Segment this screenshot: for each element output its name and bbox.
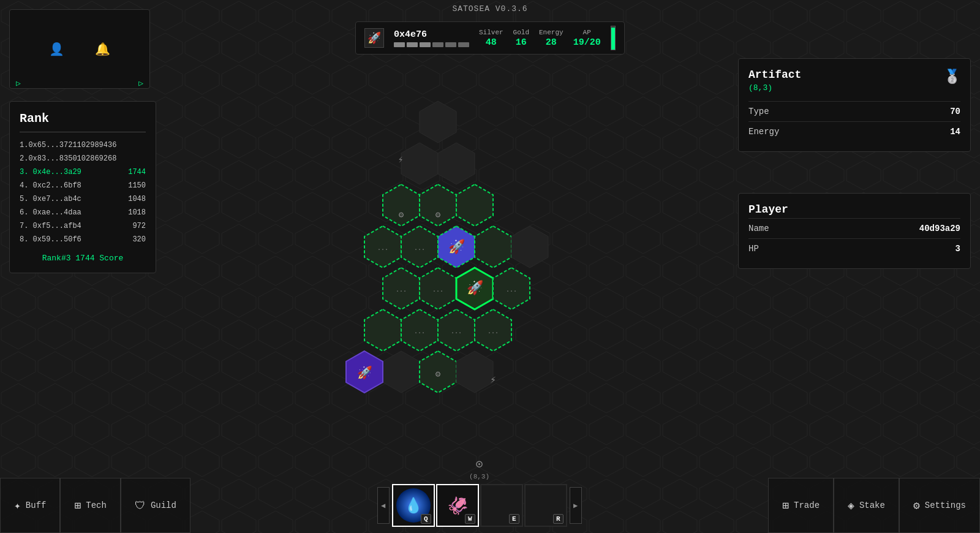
- rank-2-name: 2.0x83...8350102869268: [20, 154, 116, 163]
- notification-icon[interactable]: 🔔: [95, 42, 110, 57]
- energy-label: Energy: [539, 29, 564, 36]
- energy-value: 28: [546, 37, 557, 48]
- player-name-value: 40d93a29: [919, 224, 960, 233]
- bottom-left-buttons: ✦ Buff ⊞ Tech 🛡 Guild: [0, 478, 190, 533]
- xp-seg-2: [407, 42, 418, 47]
- rank-4-score: 1150: [128, 181, 146, 190]
- hex-cell[interactable]: [420, 101, 456, 143]
- stake-icon: ◈: [848, 499, 854, 512]
- portal-coords: (8,3): [469, 473, 489, 480]
- rank-item-1: 1.0x65...3721102989436: [20, 138, 146, 152]
- panel-arrow-left: ▷: [16, 78, 21, 88]
- player-name-label: Name: [748, 224, 769, 233]
- profile-icon[interactable]: 👤: [49, 42, 64, 57]
- stake-button[interactable]: ◈ Stake: [834, 478, 899, 533]
- settings-button[interactable]: ⚙ Settings: [899, 478, 980, 533]
- ap-label: AP: [583, 29, 591, 36]
- svg-text:···: ···: [506, 288, 517, 295]
- trade-button[interactable]: ⊞ Trade: [768, 478, 834, 533]
- player-token-green: 🚀: [467, 279, 484, 297]
- svg-marker-19: [383, 351, 420, 393]
- player-hp-label: HP: [748, 244, 759, 254]
- artifact-energy-row: Energy 14: [748, 121, 960, 142]
- xp-seg-1: [394, 42, 405, 47]
- guild-label: Guild: [151, 501, 176, 510]
- skill-slot-q[interactable]: 💧 Q: [392, 484, 435, 527]
- svg-text:🦑: 🦑: [447, 496, 468, 516]
- svg-marker-10: [475, 226, 511, 268]
- skill-slot-e[interactable]: E: [480, 484, 523, 527]
- rank-item-8: 8. 0x59...50f6 320: [20, 233, 146, 246]
- artifact-item-icon: 🥈: [944, 69, 960, 85]
- skill-slot-w[interactable]: 🦑 W: [436, 484, 479, 527]
- trade-icon: ⊞: [782, 499, 789, 512]
- player-name-row: Name 40d93a29: [748, 218, 960, 238]
- hex-map-svg[interactable]: 🚀 🚀 🚀 ··· ··· ··· ··· ··· ··· ··· ··· ⚙: [239, 52, 637, 450]
- svg-text:⚙: ⚙: [399, 210, 404, 220]
- svg-marker-4: [438, 143, 475, 184]
- silver-label: Silver: [479, 29, 503, 36]
- gold-stat: Gold 16: [513, 29, 529, 48]
- player-hp-value: 3: [956, 244, 960, 254]
- svg-marker-11: [511, 226, 548, 268]
- tech-label: Tech: [86, 501, 107, 510]
- hex-map[interactable]: 🚀 🚀 🚀 ··· ··· ··· ··· ··· ··· ··· ··· ⚙: [153, 31, 723, 472]
- silver-stat: Silver 48: [479, 29, 503, 48]
- player-token-blue: 🚀: [448, 238, 466, 255]
- player-bar: 🚀 0x4e76 Silver 48 Gold 16 Energy 28 AP …: [355, 21, 625, 55]
- stake-label: Stake: [859, 501, 885, 510]
- rank-5-score: 1048: [128, 195, 146, 203]
- player-token-purple: 🚀: [357, 365, 372, 380]
- xp-seg-4: [432, 42, 443, 47]
- svg-text:···: ···: [414, 330, 425, 336]
- tech-icon: ⊞: [74, 499, 81, 512]
- svg-text:···: ···: [414, 246, 425, 253]
- ap-bar-fill: [611, 26, 616, 50]
- skill-q-key: Q: [421, 514, 431, 524]
- skill-next-arrow[interactable]: ▶: [570, 487, 582, 524]
- artifact-coords: (8,3): [748, 83, 960, 93]
- artifact-type-value: 70: [950, 107, 960, 116]
- rank-8-score: 320: [132, 235, 146, 244]
- portal-icon: ⊙: [476, 456, 483, 472]
- ap-stat: AP 19/20: [573, 29, 601, 48]
- player-hp-row: HP 3: [748, 238, 960, 259]
- guild-icon: 🛡: [135, 499, 146, 512]
- rank-6-name: 6. 0xae...4daa: [20, 208, 81, 217]
- player-avatar: 🚀: [364, 28, 384, 48]
- svg-text:💧: 💧: [404, 496, 423, 515]
- silver-value: 48: [486, 37, 497, 48]
- svg-text:···: ···: [451, 330, 462, 336]
- rank-8-name: 8. 0x59...50f6: [20, 235, 81, 244]
- rank-divider: [20, 132, 146, 132]
- tech-button[interactable]: ⊞ Tech: [60, 478, 120, 533]
- skill-slot-r[interactable]: R: [524, 484, 567, 527]
- guild-button[interactable]: 🛡 Guild: [121, 478, 190, 533]
- buff-label: Buff: [26, 501, 47, 510]
- gold-label: Gold: [513, 29, 529, 36]
- rank-3-name: 3. 0x4e...3a29: [20, 168, 81, 176]
- rank-7-name: 7. 0xf5...afb4: [20, 222, 81, 230]
- bottom-bar: ✦ Buff ⊞ Tech 🛡 Guild ⊙ (8,3) ◀: [0, 478, 980, 533]
- ap-value: 19/20: [573, 37, 601, 48]
- trade-label: Trade: [794, 501, 820, 510]
- rank-title: Rank: [20, 112, 146, 126]
- rank-item-2: 2.0x83...8350102869268: [20, 152, 146, 165]
- skill-w-key: W: [465, 514, 475, 524]
- skill-bar: ◀ 💧: [377, 484, 582, 527]
- artifact-energy-value: 14: [950, 127, 960, 137]
- skill-prev-arrow[interactable]: ◀: [377, 487, 390, 524]
- xp-seg-3: [420, 42, 431, 47]
- skill-e-key: E: [509, 514, 519, 524]
- buff-button[interactable]: ✦ Buff: [0, 478, 60, 533]
- game-title: SATOSEA V0.3.6: [452, 4, 527, 13]
- svg-text:···: ···: [432, 288, 443, 295]
- rank-item-6: 6. 0xae...4daa 1018: [20, 206, 146, 219]
- rank-panel: Rank 1.0x65...3721102989436 2.0x83...835…: [9, 101, 156, 273]
- rank-6-score: 1018: [128, 208, 146, 217]
- rank-4-name: 4. 0xc2...6bf8: [20, 181, 81, 190]
- svg-marker-3: [401, 143, 438, 184]
- skill-r-key: R: [553, 514, 564, 524]
- rank-1-name: 1.0x65...3721102989436: [20, 141, 116, 149]
- rank-5-name: 5. 0xe7...ab4c: [20, 195, 81, 203]
